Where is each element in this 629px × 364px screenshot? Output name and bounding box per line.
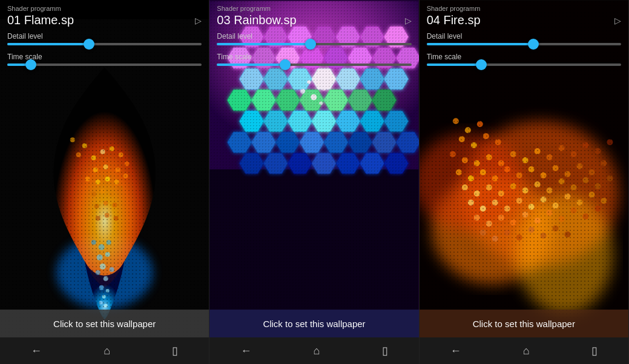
svg-point-115 — [486, 154, 492, 160]
svg-point-15 — [105, 177, 110, 181]
svg-point-156 — [516, 198, 522, 204]
svg-point-143 — [510, 183, 516, 189]
shader-label-2: Shader programm — [217, 5, 411, 12]
detail-label-3: Detail level — [427, 32, 621, 41]
svg-point-144 — [522, 187, 528, 193]
svg-point-25 — [96, 216, 100, 221]
svg-point-124 — [594, 148, 601, 154]
svg-point-95 — [311, 94, 317, 100]
svg-point-103 — [516, 193, 613, 314]
svg-point-168 — [522, 212, 528, 218]
svg-point-136 — [576, 163, 582, 169]
recents-icon-1[interactable]: ▯ — [172, 344, 178, 357]
home-icon-2[interactable]: ⌂ — [314, 345, 320, 357]
timescale-label-2: Time scale — [217, 53, 411, 61]
svg-point-132 — [528, 166, 534, 172]
svg-point-40 — [99, 301, 103, 305]
svg-point-11 — [104, 164, 108, 169]
svg-point-35 — [104, 276, 108, 281]
detail-slider-1[interactable] — [7, 43, 202, 45]
svg-point-179 — [528, 227, 534, 233]
svg-point-171 — [558, 216, 564, 222]
svg-point-96 — [301, 89, 306, 94]
timescale-slider-1[interactable] — [7, 63, 202, 66]
svg-point-125 — [607, 139, 613, 145]
svg-point-37 — [99, 285, 104, 290]
svg-point-108 — [459, 136, 465, 142]
svg-point-41 — [104, 304, 108, 308]
svg-point-107 — [476, 121, 482, 127]
shader-name-3: 04 Fire.sp — [427, 13, 621, 27]
home-icon-3[interactable]: ⌂ — [523, 345, 530, 357]
svg-point-34 — [96, 270, 100, 275]
set-wallpaper-btn-1[interactable]: Click to set this wallpaper — [0, 310, 209, 337]
svg-point-165 — [486, 221, 492, 227]
detail-slider-3[interactable] — [427, 43, 621, 45]
svg-point-31 — [97, 255, 103, 261]
svg-point-105 — [453, 118, 459, 124]
svg-point-133 — [540, 172, 546, 178]
home-icon-1[interactable]: ⌂ — [104, 345, 110, 357]
svg-point-152 — [468, 200, 474, 206]
svg-point-174 — [594, 206, 601, 212]
set-wallpaper-btn-3[interactable]: Click to set this wallpaper — [420, 310, 628, 337]
svg-point-98 — [308, 80, 311, 84]
svg-point-135 — [564, 171, 570, 177]
svg-point-180 — [540, 233, 546, 239]
svg-point-116 — [498, 160, 504, 166]
nav-bar-3: ← ⌂ ▯ — [420, 337, 628, 364]
panel-fire: Shader programm 04 Fire.sp Detail level … — [420, 0, 629, 364]
svg-point-2 — [70, 137, 75, 142]
flame-controls: Shader programm 01 Flame.sp Detail level… — [0, 0, 209, 78]
svg-point-19 — [100, 189, 105, 193]
set-wallpaper-btn-2[interactable]: Click to set this wallpaper — [209, 310, 418, 337]
svg-point-118 — [522, 157, 528, 163]
svg-point-5 — [91, 155, 96, 160]
svg-point-110 — [482, 133, 489, 139]
back-icon-2[interactable]: ← — [240, 345, 251, 357]
detail-slider-2[interactable] — [217, 43, 411, 45]
svg-point-175 — [479, 230, 486, 236]
svg-point-22 — [94, 204, 99, 209]
back-icon-3[interactable]: ← — [450, 345, 461, 357]
svg-point-173 — [582, 213, 588, 219]
svg-point-114 — [473, 160, 479, 166]
recents-icon-3[interactable]: ▯ — [591, 344, 598, 357]
shader-name-2: 03 Rainbow.sp — [217, 13, 411, 27]
timescale-label-3: Time scale — [427, 53, 621, 61]
svg-point-106 — [465, 127, 471, 133]
svg-point-167 — [510, 219, 516, 226]
timescale-slider-2[interactable] — [217, 63, 411, 66]
shader-label-1: Shader programm — [7, 5, 202, 12]
svg-point-33 — [100, 264, 106, 270]
svg-point-23 — [104, 201, 108, 206]
svg-point-9 — [125, 161, 130, 166]
svg-point-3 — [82, 143, 87, 148]
panel-rainbow: Shader programm 03 Rainbow.sp Detail lev… — [209, 0, 419, 364]
svg-point-123 — [582, 142, 588, 148]
svg-point-166 — [498, 215, 504, 221]
svg-point-12 — [93, 167, 98, 172]
svg-point-157 — [528, 204, 534, 210]
svg-point-109 — [470, 142, 476, 148]
detail-label-2: Detail level — [217, 32, 411, 41]
recents-icon-2[interactable]: ▯ — [382, 344, 388, 357]
svg-point-122 — [570, 151, 576, 157]
svg-point-39 — [102, 295, 106, 299]
svg-point-4 — [76, 152, 81, 157]
svg-point-117 — [510, 151, 516, 157]
svg-point-126 — [456, 169, 462, 175]
svg-point-10 — [116, 167, 120, 172]
svg-point-134 — [552, 165, 558, 171]
svg-point-147 — [558, 178, 564, 184]
svg-point-38 — [106, 289, 110, 293]
svg-point-17 — [123, 174, 128, 178]
svg-point-21 — [119, 186, 123, 190]
timescale-slider-3[interactable] — [427, 63, 621, 66]
svg-point-182 — [564, 232, 570, 238]
back-icon-1[interactable]: ← — [31, 345, 42, 357]
svg-point-20 — [110, 192, 114, 197]
svg-point-149 — [582, 177, 588, 183]
svg-point-151 — [607, 175, 613, 181]
svg-point-155 — [504, 206, 510, 212]
